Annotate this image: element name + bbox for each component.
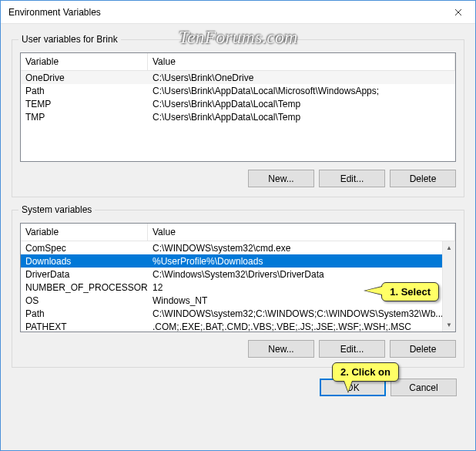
callout-click: 2. Click on	[332, 362, 399, 382]
table-row[interactable]: OneDrive C:\Users\Brink\OneDrive	[21, 71, 455, 84]
user-edit-button[interactable]: Edit...	[319, 170, 385, 187]
table-row[interactable]: OS Windows_NT	[21, 294, 442, 307]
system-delete-button[interactable]: Delete	[390, 340, 456, 358]
col-header-variable[interactable]: Variable	[21, 224, 148, 241]
system-vars-list[interactable]: Variable Value ComSpec C:\WINDOWS\system…	[20, 223, 456, 332]
col-header-value[interactable]: Value	[148, 224, 455, 241]
table-row[interactable]: TMP C:\Users\Brink\AppData\Local\Temp	[21, 110, 455, 123]
table-row-selected[interactable]: Downloads %UserProfile%\Downloads	[21, 254, 442, 268]
user-button-row: New... Edit... Delete	[20, 170, 456, 187]
scrollbar[interactable]: ▲ ▼	[442, 241, 455, 332]
system-button-row: New... Edit... Delete	[20, 340, 456, 358]
col-header-value[interactable]: Value	[148, 53, 455, 70]
user-variables-group: User variables for Brink Variable Value …	[12, 39, 464, 197]
user-delete-button[interactable]: Delete	[390, 170, 456, 187]
env-vars-dialog: Environment Variables User variables for…	[0, 0, 476, 451]
table-row[interactable]: Path C:\Users\Brink\AppData\Local\Micros…	[21, 84, 455, 97]
user-list-body: OneDrive C:\Users\Brink\OneDrive Path C:…	[21, 71, 455, 161]
scroll-up-icon[interactable]: ▲	[443, 241, 456, 254]
titlebar: Environment Variables	[1, 1, 475, 24]
close-icon	[454, 8, 462, 16]
table-row[interactable]: PATHEXT .COM;.EXE;.BAT;.CMD;.VBS;.VBE;.J…	[21, 320, 442, 332]
user-new-button[interactable]: New...	[248, 170, 314, 187]
table-row[interactable]: Path C:\WINDOWS\system32;C:\WINDOWS;C:\W…	[21, 307, 442, 320]
window-title: Environment Variables	[8, 7, 441, 18]
table-row[interactable]: TEMP C:\Users\Brink\AppData\Local\Temp	[21, 97, 455, 110]
user-list-header: Variable Value	[21, 53, 455, 71]
user-vars-list[interactable]: Variable Value OneDrive C:\Users\Brink\O…	[20, 52, 456, 162]
table-row[interactable]: DriverData C:\Windows\System32\Drivers\D…	[21, 268, 442, 281]
user-group-title: User variables for Brink	[18, 34, 121, 45]
callout-select: 1. Select	[381, 282, 439, 301]
system-edit-button[interactable]: Edit...	[319, 340, 385, 358]
table-row[interactable]: ComSpec C:\WINDOWS\system32\cmd.exe	[21, 241, 442, 254]
system-list-header: Variable Value	[21, 224, 455, 241]
system-new-button[interactable]: New...	[248, 340, 314, 358]
dialog-content: User variables for Brink Variable Value …	[1, 24, 475, 450]
col-header-variable[interactable]: Variable	[21, 53, 148, 70]
close-button[interactable]	[441, 1, 475, 24]
cancel-button[interactable]: Cancel	[391, 379, 457, 396]
scroll-down-icon[interactable]: ▼	[443, 318, 456, 332]
system-group-title: System variables	[18, 204, 95, 215]
